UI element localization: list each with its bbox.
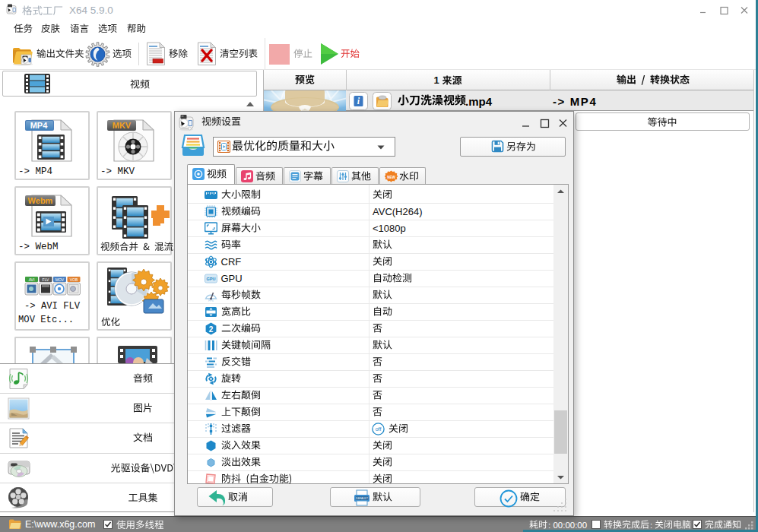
svg-text:MKV: MKV <box>113 121 132 130</box>
svg-text:FLV: FLV <box>43 277 49 282</box>
svg-text:off: off <box>376 426 382 432</box>
svg-text:GPU: GPU <box>207 277 216 281</box>
svg-text:DEFAULT: DEFAULT <box>356 497 369 500</box>
svg-text:2: 2 <box>209 325 214 333</box>
svg-text:NEW: NEW <box>387 176 395 179</box>
svg-text:AVI: AVI <box>29 277 35 282</box>
svg-text:Webm: Webm <box>28 196 53 205</box>
svg-text:VOB: VOB <box>70 277 78 282</box>
svg-text:FPS: FPS <box>208 299 214 302</box>
svg-text:MP4: MP4 <box>30 121 49 130</box>
svg-text:MOV: MOV <box>56 277 65 282</box>
